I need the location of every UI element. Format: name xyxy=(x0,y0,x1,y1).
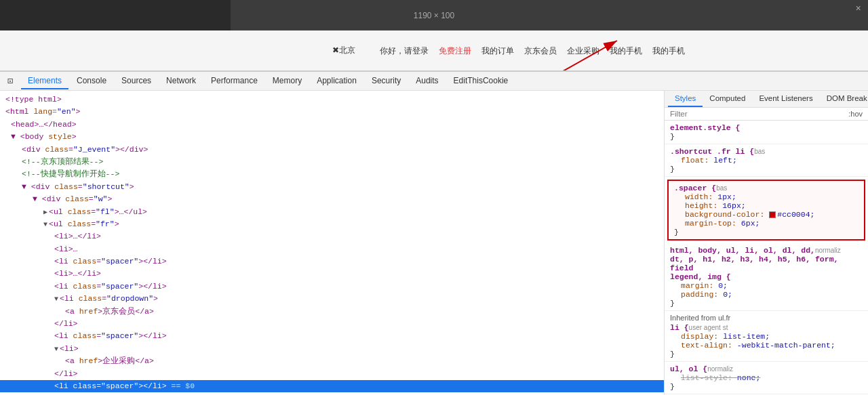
css-property-margin: margin: 0; xyxy=(670,281,728,290)
css-brace: } xyxy=(670,165,675,173)
nav-item-orders[interactable]: 我的订单 xyxy=(481,45,514,56)
css-brace: } xyxy=(670,299,675,308)
css-source: bas xyxy=(754,148,765,155)
css-property-text-align: text-align: -webkit-match-parent; xyxy=(670,341,835,350)
location-display: ✖北京 xyxy=(332,45,355,56)
css-selector: li { xyxy=(670,323,689,332)
nav-item-myphone[interactable]: 我的手机 xyxy=(610,45,642,56)
html-panel[interactable]: <!type html> <html lang="en"> <head>…</h… xyxy=(0,91,665,395)
html-line[interactable]: <li class="spacer"></li> xyxy=(0,255,664,268)
normalize-label: normaliz xyxy=(815,247,841,254)
css-brace: } xyxy=(670,382,675,391)
html-line[interactable]: </li> xyxy=(0,318,664,330)
filter-input[interactable] xyxy=(670,110,845,118)
inherited-section-ul-fr: Inherited from ul.fr li { user agent st … xyxy=(665,311,868,362)
browser-left-area xyxy=(0,0,231,30)
css-brace: } xyxy=(670,132,675,141)
css-property-width: width: 1px; xyxy=(674,192,736,201)
nav-item-hello[interactable]: 你好，请登录 xyxy=(380,45,429,56)
html-line[interactable]: <!--快捷导航制作开始--> xyxy=(0,168,664,180)
nav-item-register[interactable]: 免费注册 xyxy=(439,45,471,56)
tab-console[interactable]: Console xyxy=(70,73,113,89)
html-line[interactable]: ▼ <body style> xyxy=(0,131,664,143)
normalize-label: normaliz xyxy=(707,365,733,373)
browser-top-bar: 1190 × 100 × xyxy=(0,0,868,30)
devtools-panel: ⊡ Elements Console Sources Network Perfo… xyxy=(0,71,868,395)
html-line-selected[interactable]: <li class="spacer"></li> == $0 xyxy=(0,380,664,392)
tab-sources[interactable]: Sources xyxy=(115,73,158,89)
element-style-section: element.style { } xyxy=(665,121,868,144)
css-brace: } xyxy=(670,350,675,358)
html-line[interactable]: ▼<li class="dropdown"> xyxy=(0,293,664,305)
devtools-toolbar: ⊡ Elements Console Sources Network Perfo… xyxy=(0,72,868,91)
css-source: bas xyxy=(716,184,727,192)
css-brace: } xyxy=(674,228,679,236)
html-line[interactable]: <a href>京东会员</a> xyxy=(0,306,664,318)
css-property-padding: padding: 0; xyxy=(670,290,732,299)
css-selector: .shortcut .fr li { xyxy=(670,147,754,156)
tab-audits[interactable]: Audits xyxy=(409,73,445,89)
styles-panel-tabs: Styles Computed Event Listeners DOM Brea… xyxy=(665,91,868,108)
html-line[interactable]: </li> xyxy=(0,368,664,380)
css-selector: element.style { xyxy=(670,123,741,132)
dimension-label: 1190 × 100 xyxy=(414,11,454,20)
css-rule-spacer-highlighted: .spacer { bas width: 1px; height: 16px; … xyxy=(667,180,865,241)
nav-item-myphone2[interactable]: 我的手机 xyxy=(652,45,685,56)
devtools-select-icon[interactable]: ⊡ xyxy=(3,75,17,88)
inherited-label: Inherited from ul.fr xyxy=(670,314,863,322)
tab-elements[interactable]: Elements xyxy=(21,73,68,89)
styles-tab-computed[interactable]: Computed xyxy=(703,91,752,107)
tab-security[interactable]: Security xyxy=(365,73,408,89)
tab-application[interactable]: Application xyxy=(310,73,363,89)
tab-editthiscookie[interactable]: EditThisCookie xyxy=(447,73,515,89)
html-line[interactable]: ▶<ul class="fl">…</ul> xyxy=(0,206,664,218)
nav-item-enterprise[interactable]: 企业采购 xyxy=(567,45,599,56)
html-line[interactable]: <!--京东顶部结果--> xyxy=(0,156,664,168)
css-rule-reset: html, body, ul, li, ol, dl, dd, normaliz… xyxy=(665,243,868,311)
html-line[interactable]: <a href>企业采购</a> xyxy=(0,355,664,367)
website-navigation: 你好，请登录 免费注册 我的订单 京东会员 企业采购 我的手机 我的手机 xyxy=(380,45,685,56)
css-selector: legend, img { xyxy=(670,272,731,281)
css-rule-shortcut-fr-li: .shortcut .fr li { bas float: left; } xyxy=(665,144,868,177)
styles-tab-dom-breakpoints[interactable]: DOM Break xyxy=(820,91,868,107)
css-property-list-style: list-style: none; xyxy=(670,373,760,382)
tab-memory[interactable]: Memory xyxy=(266,73,309,89)
html-line[interactable]: <li class="spacer"></li> xyxy=(0,280,664,293)
filter-hov-button[interactable]: :hov xyxy=(848,110,863,118)
styles-tab-event-listeners[interactable]: Event Listeners xyxy=(752,91,819,107)
html-line[interactable]: <div class="J_event"></div> xyxy=(0,144,664,156)
html-line[interactable]: <!type html> xyxy=(0,93,664,106)
css-property-height: height: 16px; xyxy=(674,201,746,210)
html-line[interactable]: ▼ <div class="shortcut"> xyxy=(0,181,664,193)
html-line[interactable]: ▼ <div class="w"> xyxy=(0,193,664,205)
devtools-content: <!type html> <html lang="en"> <head>…</h… xyxy=(0,91,868,395)
tab-performance[interactable]: Performance xyxy=(204,73,264,89)
css-property-margin-top: margin-top: 6px; xyxy=(674,219,760,228)
html-line[interactable]: <li class="spacer"></li> xyxy=(0,330,664,342)
css-property-display: display: list-item; xyxy=(670,332,770,341)
website-preview: ✖北京 你好，请登录 免费注册 我的订单 京东会员 企业采购 我的手机 我的手机 xyxy=(0,30,868,71)
styles-panel: Styles Computed Event Listeners DOM Brea… xyxy=(665,91,868,395)
html-line[interactable]: <li>…</li> xyxy=(0,268,664,280)
html-line[interactable]: <head>…</head> xyxy=(0,119,664,131)
html-line[interactable]: ▼<ul class="fr"> xyxy=(0,218,664,230)
filter-bar: :hov xyxy=(665,108,868,121)
css-selector: .spacer { xyxy=(674,184,716,192)
html-line[interactable]: <li>… xyxy=(0,243,664,255)
css-selector: html, body, ul, li, ol, dl, dd, xyxy=(670,246,815,255)
html-line[interactable]: <li>…</li> xyxy=(0,230,664,243)
html-line[interactable]: ▼<li> xyxy=(0,343,664,355)
html-line[interactable]: <html lang="en"> xyxy=(0,106,664,118)
css-selector: dt, p, h1, h2, h3, h4, h5, h6, form, fie… xyxy=(670,255,838,272)
nav-item-vip[interactable]: 京东会员 xyxy=(524,45,557,56)
tab-network[interactable]: Network xyxy=(159,73,203,89)
styles-tab-styles[interactable]: Styles xyxy=(668,91,703,107)
css-selector: ul, ol { xyxy=(670,365,707,373)
html-line[interactable]: ▼<li class="dropdown"> xyxy=(0,392,664,395)
color-swatch xyxy=(769,211,776,218)
user-agent-label: user agent st xyxy=(689,324,728,331)
css-property-bg-color: background-color: #cc0004; xyxy=(674,210,814,219)
browser-close-icon[interactable]: × xyxy=(856,3,861,14)
css-property: float: left; xyxy=(670,156,737,165)
css-rule-ul-ol: ul, ol { normaliz list-style: none; } xyxy=(665,362,868,394)
